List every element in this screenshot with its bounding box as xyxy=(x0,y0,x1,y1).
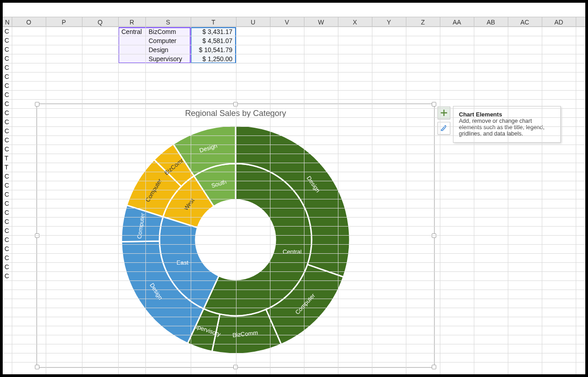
row-label: C xyxy=(5,271,9,280)
col-header-S[interactable]: S xyxy=(145,17,191,27)
worksheet-grid[interactable]: Central BizComm Computer Design Supervis… xyxy=(3,27,585,374)
row-label: C xyxy=(5,235,9,244)
row-label: C xyxy=(5,172,9,181)
col-header-P[interactable]: P xyxy=(46,17,82,27)
row-label: C xyxy=(5,27,9,36)
row-label: C xyxy=(5,217,9,226)
resize-handle[interactable] xyxy=(432,233,436,238)
row-label: C xyxy=(5,99,9,108)
col-header-R[interactable]: R xyxy=(118,17,145,27)
resize-handle[interactable] xyxy=(432,102,436,106)
svg-text:Central: Central xyxy=(283,248,302,255)
resize-handle[interactable] xyxy=(233,365,238,369)
resize-handle[interactable] xyxy=(35,102,39,106)
cell-S-cat-3[interactable]: Supervisory xyxy=(147,54,190,63)
col-header-AC[interactable]: AC xyxy=(508,17,542,27)
chart-elements-tooltip: Chart Elements Add, remove or change cha… xyxy=(453,106,561,143)
row-label: C xyxy=(5,117,9,126)
col-header-N[interactable]: N xyxy=(3,17,12,27)
row-label: C xyxy=(5,36,9,45)
row-label: C xyxy=(5,145,9,154)
cell-T-val-2[interactable]: $ 10,541.79 xyxy=(191,45,234,54)
plus-icon xyxy=(440,109,448,117)
chart-object[interactable]: Regional Sales by Category CentralDesign… xyxy=(37,104,434,367)
resize-handle[interactable] xyxy=(35,365,39,369)
col-header-W[interactable]: W xyxy=(304,17,338,27)
column-headers: NOPQRSTUVWXYZAAABACAD xyxy=(3,17,585,27)
row-label: C xyxy=(5,262,9,271)
col-header-AD[interactable]: AD xyxy=(542,17,576,27)
row-label: C xyxy=(5,208,9,217)
col-header-Q[interactable]: Q xyxy=(82,17,118,27)
resize-handle[interactable] xyxy=(35,233,39,238)
col-header-V[interactable]: V xyxy=(270,17,304,27)
col-header-AB[interactable]: AB xyxy=(474,17,508,27)
row-label: C xyxy=(5,45,9,54)
tooltip-title: Chart Elements xyxy=(459,111,502,118)
brush-icon xyxy=(440,124,448,132)
row-label: C xyxy=(5,199,9,208)
resize-handle[interactable] xyxy=(432,365,436,369)
col-header-Z[interactable]: Z xyxy=(406,17,440,27)
row-label: C xyxy=(5,226,9,235)
col-header-X[interactable]: X xyxy=(338,17,372,27)
row-label: C xyxy=(5,190,9,199)
row-label: C xyxy=(5,81,9,90)
cell-T-val-1[interactable]: $ 4,581.07 xyxy=(191,36,234,45)
cell-S-cat-0[interactable]: BizComm xyxy=(147,27,190,36)
row-label: C xyxy=(5,135,9,145)
cell-S-cat-1[interactable]: Computer xyxy=(147,36,190,45)
cell-R-region[interactable]: Central xyxy=(120,27,147,36)
cell-S-cat-2[interactable]: Design xyxy=(147,45,190,54)
row-label: T xyxy=(5,154,9,163)
row-label: C xyxy=(5,63,9,72)
col-header-O[interactable]: O xyxy=(12,17,46,27)
row-label: C xyxy=(5,54,9,63)
col-header-Y[interactable]: Y xyxy=(372,17,406,27)
cell-T-val-0[interactable]: $ 3,431.17 xyxy=(191,27,234,36)
row-label: C xyxy=(5,72,9,81)
tooltip-body: Add, remove or change chart elements suc… xyxy=(459,118,545,137)
row-label: T xyxy=(5,163,9,172)
row-label: C xyxy=(5,126,9,135)
row-label: C xyxy=(5,244,9,253)
row-label: C xyxy=(5,181,9,190)
col-header-U[interactable]: U xyxy=(236,17,270,27)
cell-T-val-3[interactable]: $ 1,250.00 xyxy=(191,54,234,63)
row-label: C xyxy=(5,253,9,262)
row-label: C xyxy=(5,108,9,117)
resize-handle[interactable] xyxy=(233,102,238,106)
row-label: C xyxy=(5,90,9,99)
col-header-AA[interactable]: AA xyxy=(440,17,474,27)
col-header-T[interactable]: T xyxy=(191,17,236,27)
